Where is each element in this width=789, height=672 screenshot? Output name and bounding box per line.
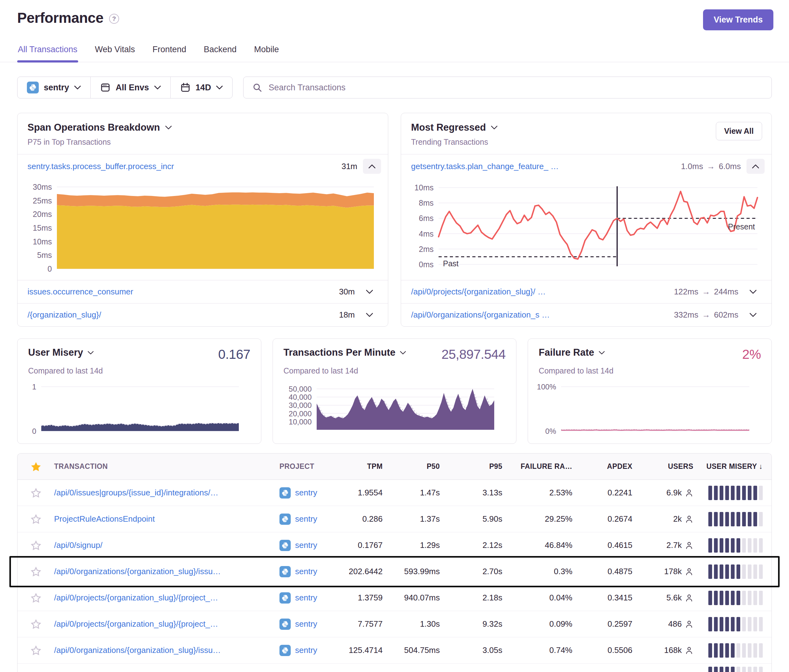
transaction-link[interactable]: sentry.tasks.process_buffer.process_incr — [27, 161, 174, 171]
p50-value: 593.99ms — [383, 567, 440, 576]
table-row[interactable]: /api/0/signup/ sentry 0.1767 1.29s 2.12s… — [18, 532, 771, 559]
transaction-link[interactable]: /api/0/projects/{organization_slug}/ … — [411, 287, 546, 297]
project-selector-label: sentry — [44, 83, 69, 93]
arrow-right-icon: → — [702, 287, 710, 297]
transaction-link[interactable]: /{organization_slug}/ — [27, 310, 101, 320]
user-misery-bars — [708, 667, 763, 672]
table-row[interactable]: /api/0/organizations/{organization_slug}… — [18, 637, 771, 664]
duration-value: 31m — [341, 161, 357, 171]
project-link[interactable]: sentry — [295, 540, 317, 550]
star-outline-icon[interactable] — [30, 593, 41, 603]
search-transactions-field[interactable] — [243, 77, 772, 99]
star-outline-icon[interactable] — [30, 645, 41, 655]
span-ops-chart-area: 30ms25ms20ms15ms10ms5ms0 — [18, 178, 388, 280]
transaction-link[interactable]: ProjectRuleActionsEndpoint — [54, 514, 155, 524]
tpm-value: 1.3759 — [342, 593, 383, 603]
column-header-user-misery[interactable]: USER MISERY ↓ — [693, 462, 771, 471]
search-input[interactable] — [268, 83, 763, 93]
column-header-users[interactable]: USERS — [632, 462, 693, 471]
project-link[interactable]: sentry — [295, 514, 317, 524]
table-row[interactable]: /api/0/projects/{organization_slug}/{pro… — [18, 611, 771, 637]
tpm-card: Transactions Per Minute 25,897.544 Compa… — [273, 338, 517, 444]
p50-value: 1.47s — [383, 488, 440, 498]
tab-backend[interactable]: Backend — [203, 43, 237, 62]
environment-selector[interactable]: All Envs — [90, 77, 170, 98]
transaction-link[interactable]: /api/0/signup/ — [54, 540, 102, 550]
metric-title: User Misery — [28, 347, 83, 358]
star-outline-icon[interactable] — [30, 567, 41, 577]
collapse-button[interactable] — [746, 159, 765, 174]
table-row[interactable] — [18, 664, 771, 672]
table-row[interactable]: /api/0/issues|groups/{issue_id}/integrat… — [18, 480, 771, 506]
expand-button[interactable] — [361, 284, 379, 299]
duration-value: 30m — [339, 287, 355, 297]
tab-mobile[interactable]: Mobile — [254, 43, 280, 62]
column-header-failure-rate[interactable]: FAILURE RA… — [502, 462, 572, 471]
transaction-link[interactable]: getsentry.tasks.plan_change_feature_ … — [411, 161, 559, 171]
transaction-link[interactable]: /api/0/organizations/{organization_slug}… — [54, 567, 221, 576]
svg-text:Present: Present — [728, 222, 755, 231]
project-selector[interactable]: sentry — [18, 77, 90, 98]
project-link[interactable]: sentry — [295, 488, 317, 498]
view-trends-button[interactable]: View Trends — [703, 10, 773, 30]
table-row[interactable]: ProjectRuleActionsEndpoint sentry 0.286 … — [18, 506, 771, 532]
tab-web-vitals[interactable]: Web Vitals — [94, 43, 136, 62]
transaction-link[interactable]: /api/0/issues|groups/{issue_id}/integrat… — [54, 488, 219, 497]
column-header-p50[interactable]: P50 — [383, 462, 440, 471]
help-icon[interactable]: ? — [109, 14, 119, 24]
user-misery-card: User Misery 0.167 Compared to last 14d 1… — [17, 338, 261, 444]
chevron-down-icon — [749, 313, 757, 317]
expand-button[interactable] — [361, 308, 379, 322]
project-link[interactable]: sentry — [295, 619, 317, 629]
svg-text:0: 0 — [32, 427, 36, 436]
transaction-link[interactable]: /api/0/organizations/{organization_slug}… — [54, 645, 221, 655]
users-count: 2.7k — [666, 540, 682, 550]
tpm-chart: 50,00040,00030,00020,00010,000 — [282, 377, 497, 439]
most-regressed-title-dropdown[interactable]: Most Regressed — [411, 122, 498, 133]
chevron-down-icon — [154, 85, 161, 90]
table-row[interactable]: /api/0/organizations/{organization_slug}… — [18, 559, 771, 585]
project-link[interactable]: sentry — [295, 645, 317, 655]
chevron-down-icon — [165, 125, 172, 130]
tab-all-transactions[interactable]: All Transactions — [17, 43, 78, 62]
star-outline-icon[interactable] — [30, 488, 41, 498]
python-project-icon — [280, 645, 291, 656]
transaction-link[interactable]: /api/0/projects/{organization_slug}/{pro… — [54, 593, 218, 602]
star-column-header[interactable] — [18, 462, 54, 472]
svg-text:20ms: 20ms — [33, 210, 52, 219]
column-header-p95[interactable]: P95 — [440, 462, 502, 471]
failure-rate-dropdown[interactable]: Failure Rate — [538, 347, 605, 358]
failure-rate-card: Failure Rate 2% Compared to last 14d 100… — [528, 338, 772, 444]
star-outline-icon[interactable] — [30, 514, 41, 524]
arrow-right-icon: → — [707, 161, 715, 171]
table-row[interactable]: /api/0/projects/{organization_slug}/{pro… — [18, 585, 771, 611]
transaction-link[interactable]: issues.occurrence_consumer — [27, 287, 133, 297]
star-outline-icon[interactable] — [30, 619, 41, 629]
python-project-icon — [280, 619, 291, 630]
tab-frontend[interactable]: Frontend — [152, 43, 187, 62]
svg-text:30,000: 30,000 — [289, 401, 311, 409]
column-header-apdex[interactable]: APDEX — [572, 462, 632, 471]
environment-selector-label: All Envs — [116, 83, 149, 93]
star-outline-icon[interactable] — [30, 540, 41, 551]
p95-value: 2.12s — [440, 540, 502, 550]
view-all-button[interactable]: View All — [716, 122, 762, 140]
column-header-tpm[interactable]: TPM — [342, 462, 383, 471]
transaction-link[interactable]: /api/0/projects/{organization_slug}/{pro… — [54, 619, 218, 629]
column-header-project[interactable]: PROJECT — [280, 462, 342, 471]
tpm-dropdown[interactable]: Transactions Per Minute — [284, 347, 406, 358]
tpm-value: 0.1767 — [342, 540, 383, 550]
transaction-link[interactable]: /api/0/organizations/{organization_s … — [411, 310, 550, 320]
expand-button[interactable] — [744, 284, 762, 299]
collapse-button[interactable] — [363, 159, 381, 174]
users-count: 2k — [673, 514, 682, 524]
project-link[interactable]: sentry — [295, 567, 317, 576]
span-ops-title-dropdown[interactable]: Span Operations Breakdown — [27, 122, 172, 133]
span-ops-chart: 30ms25ms20ms15ms10ms5ms0 — [27, 180, 377, 278]
users-count: 486 — [668, 619, 682, 629]
user-misery-dropdown[interactable]: User Misery — [28, 347, 94, 358]
date-range-selector[interactable]: 14D — [170, 77, 233, 98]
project-link[interactable]: sentry — [295, 593, 317, 603]
column-header-transaction[interactable]: TRANSACTION — [54, 462, 280, 471]
expand-button[interactable] — [744, 308, 762, 322]
